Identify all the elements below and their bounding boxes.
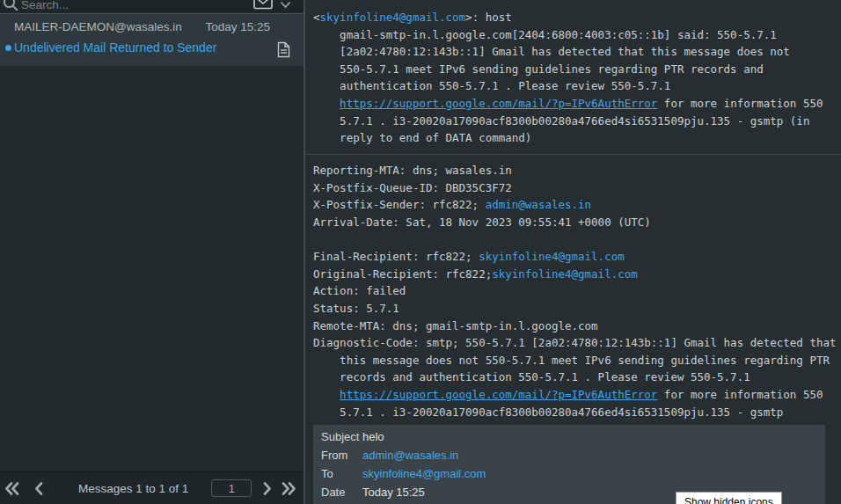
message-row-meta: MAILER-DAEMON@wasales.in Today 15:25 <box>0 14 303 34</box>
header-value: helo <box>362 430 384 443</box>
message-date: Today 15:25 <box>205 19 270 34</box>
message-subject: Undelivered Mail Returned to Sender <box>0 40 303 55</box>
message-list-panel: MAILER-DAEMON@wasales.in Today 15:25 Und… <box>0 0 303 504</box>
next-page-button chevron-right-icon[interactable] <box>263 482 272 495</box>
url-link[interactable]: https://support.google.com/mail/?p=IPv6A… <box>340 388 657 401</box>
url-link[interactable]: https://support.google.com/mail/?p=IPv6A… <box>340 97 657 110</box>
part-divider <box>305 154 841 155</box>
message-sender: MAILER-DAEMON@wasales.in <box>14 19 182 34</box>
delivery-report-text: <skyinfoline4@gmail.com>: host gmail-smt… <box>305 0 841 147</box>
search-bar <box>0 0 303 14</box>
header-row: Fromadmin@wasales.in <box>313 446 825 464</box>
unread-indicator-dot <box>5 45 11 51</box>
pagination-status-text: Messages 1 to 1 of 1 <box>78 482 188 495</box>
header-label: To <box>313 467 362 480</box>
show-hidden-icons-tooltip: Show hidden icons <box>676 492 782 504</box>
header-value: Today 15:25 <box>362 486 425 499</box>
email-link[interactable]: admin@wasales.in <box>486 198 591 211</box>
message-view-pane: <skyinfoline4@gmail.com>: host gmail-smt… <box>303 0 841 504</box>
header-value email-link[interactable]: admin@wasales.in <box>362 449 458 462</box>
header-value email-link[interactable]: skyinfoline4@gmail.com <box>362 467 486 480</box>
header-label: Date <box>313 486 362 499</box>
envelope-icon[interactable] <box>253 0 273 10</box>
status-report-text: Reporting-MTA: dns; wasales.in X-Postfix… <box>305 162 841 420</box>
search-input[interactable] <box>21 0 197 11</box>
header-label: From <box>313 449 362 462</box>
email-link[interactable]: skyinfoline4@gmail.com <box>320 11 466 24</box>
webmail-window: MAILER-DAEMON@wasales.in Today 15:25 Und… <box>0 0 841 504</box>
page-number-input[interactable] <box>211 479 252 497</box>
search-icon[interactable] <box>3 0 18 11</box>
header-row: Toskyinfoline4@gmail.com <box>313 464 825 483</box>
header-row: Subjecthelo <box>313 427 825 446</box>
chevron-down-icon[interactable] <box>280 1 291 9</box>
message-list-item[interactable]: MAILER-DAEMON@wasales.in Today 15:25 Und… <box>0 14 303 66</box>
message-list-empty-area <box>0 66 303 471</box>
email-link[interactable]: skyinfoline4@gmail.com <box>479 250 625 263</box>
last-page-button double-chevron-right-icon[interactable] <box>282 482 296 495</box>
email-link[interactable]: skyinfoline4@gmail.com <box>492 267 638 281</box>
previous-page-button chevron-left-icon[interactable] <box>34 482 43 495</box>
attachment-file-icon <box>277 41 290 58</box>
pagination-bar: Messages 1 to 1 of 1 <box>0 471 303 504</box>
header-label: Subject <box>313 430 362 443</box>
first-page-button double-chevron-left-icon[interactable] <box>4 482 19 495</box>
